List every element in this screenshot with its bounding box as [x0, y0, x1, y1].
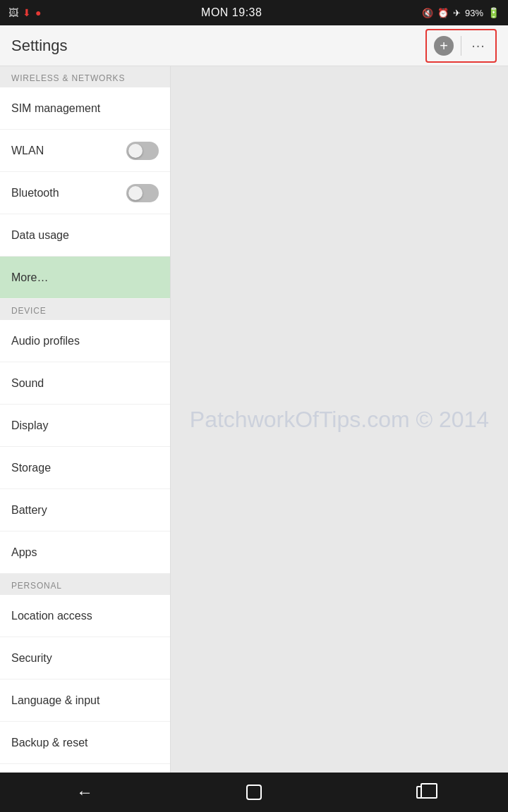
action-bar: Settings + ··· [0, 25, 508, 66]
settings-item-data-usage[interactable]: Data usage [0, 214, 170, 257]
battery-icon: 🔋 [488, 7, 500, 18]
settings-item-location-access[interactable]: Location access [0, 595, 170, 637]
settings-item-language-input[interactable]: Language & input [0, 679, 170, 722]
settings-label-backup-reset: Backup & reset [11, 737, 88, 749]
battery-percent: 93% [465, 8, 483, 18]
settings-item-bluetooth[interactable]: Bluetooth [0, 172, 170, 214]
notification-icon: ● [35, 7, 41, 18]
settings-item-more[interactable]: More… [0, 257, 170, 299]
settings-item-audio-profiles[interactable]: Audio profiles [0, 320, 170, 362]
toggle-wlan[interactable] [126, 142, 159, 160]
toggle-knob-bluetooth [128, 186, 143, 200]
status-bar: 🖼 ⬇ ● MON 19:38 🔇 ⏰ ✈ 93% 🔋 [0, 0, 508, 25]
settings-item-backup-reset[interactable]: Backup & reset [0, 722, 170, 764]
settings-label-storage: Storage [11, 462, 51, 474]
add-button[interactable]: + [431, 33, 456, 59]
alarm-icon: ⏰ [437, 8, 449, 18]
toggle-bluetooth[interactable] [126, 184, 159, 202]
watermark-text: PatchworkOfTips.com © 2014 [190, 407, 489, 433]
settings-label-apps: Apps [11, 546, 37, 559]
settings-label-sound: Sound [11, 377, 44, 390]
action-bar-buttons: + ··· [425, 29, 497, 63]
settings-label-audio-profiles: Audio profiles [11, 335, 80, 347]
settings-label-bluetooth: Bluetooth [11, 187, 59, 199]
more-dots-icon: ··· [471, 37, 485, 54]
download-icon: ⬇ [23, 7, 31, 18]
main-content: WIRELESS & NETWORKSSIM managementWLANBlu… [0, 66, 508, 773]
settings-label-location-access: Location access [11, 610, 92, 622]
settings-sidebar: WIRELESS & NETWORKSSIM managementWLANBlu… [0, 66, 171, 773]
settings-item-wlan[interactable]: WLAN [0, 130, 170, 172]
settings-label-battery: Battery [11, 504, 47, 517]
home-icon [246, 785, 262, 800]
settings-label-display: Display [11, 419, 48, 432]
section-header-device: DEVICE [0, 299, 170, 320]
settings-item-sim-management[interactable]: SIM management [0, 87, 170, 130]
more-options-button[interactable]: ··· [466, 33, 491, 59]
back-button[interactable]: ← [64, 778, 106, 806]
recent-apps-button[interactable] [402, 778, 445, 806]
airplane-mode-icon: ✈ [453, 8, 461, 18]
settings-label-wlan: WLAN [11, 144, 44, 157]
status-time: MON 19:38 [201, 6, 262, 19]
settings-label-data-usage: Data usage [11, 229, 69, 242]
settings-label-security: Security [11, 652, 52, 665]
settings-item-security[interactable]: Security [0, 637, 170, 679]
status-bar-right: 🔇 ⏰ ✈ 93% 🔋 [422, 7, 500, 18]
plus-circle-icon: + [434, 36, 454, 56]
settings-item-battery[interactable]: Battery [0, 489, 170, 531]
settings-item-apps[interactable]: Apps [0, 531, 170, 574]
settings-label-sim-management: SIM management [11, 102, 100, 115]
back-icon: ← [76, 782, 93, 802]
page-title: Settings [11, 37, 68, 55]
settings-label-more: More… [11, 271, 48, 284]
volume-mute-icon: 🔇 [422, 8, 433, 18]
settings-item-display[interactable]: Display [0, 405, 170, 447]
recent-icon [416, 786, 430, 799]
settings-label-language-input: Language & input [11, 694, 99, 707]
nav-bar: ← [0, 773, 508, 812]
photo-icon: 🖼 [8, 7, 18, 18]
home-button[interactable] [233, 778, 275, 806]
settings-item-storage[interactable]: Storage [0, 447, 170, 489]
action-divider [461, 36, 461, 56]
status-bar-left: 🖼 ⬇ ● [8, 7, 41, 18]
section-header-personal: PERSONAL [0, 574, 170, 595]
toggle-knob-wlan [128, 144, 143, 158]
settings-item-sound[interactable]: Sound [0, 362, 170, 405]
section-header-wireless: WIRELESS & NETWORKS [0, 66, 170, 87]
content-area: PatchworkOfTips.com © 2014 [171, 66, 508, 773]
